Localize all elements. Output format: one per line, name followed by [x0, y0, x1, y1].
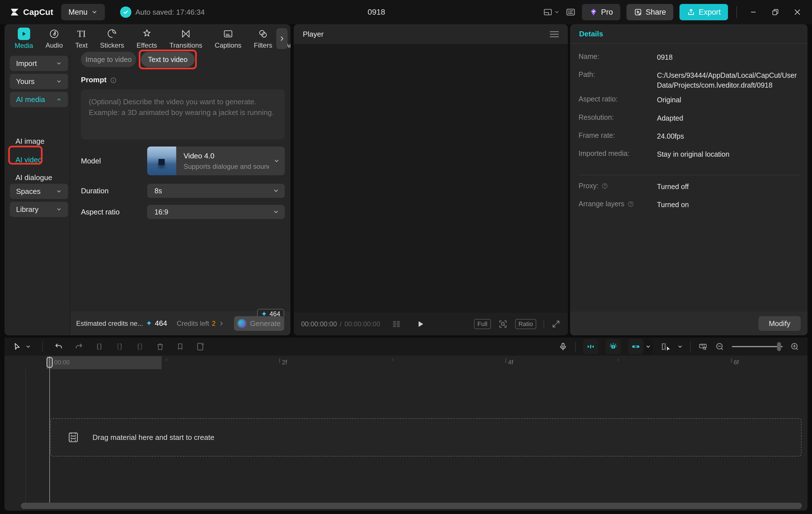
capcut-logo-icon: [9, 7, 20, 17]
app-name: CapCut: [23, 7, 53, 17]
timeline-zoom-slider[interactable]: [732, 342, 783, 351]
ruler-label: 6f: [734, 359, 739, 366]
split-keep-right-button[interactable]: [135, 342, 144, 351]
prompt-input[interactable]: [81, 89, 285, 140]
adapt-timeline-button[interactable]: [698, 342, 708, 352]
tab-image-to-video[interactable]: Image to video: [81, 52, 136, 67]
sidebar-item-ai-media[interactable]: AI media: [10, 92, 68, 107]
pro-button[interactable]: Pro: [582, 4, 620, 20]
share-icon: [634, 8, 642, 16]
ruler-tick: [505, 358, 506, 363]
tab-transitions[interactable]: Transitions: [170, 28, 202, 49]
chevron-down-icon: [25, 344, 31, 350]
ratio-badge[interactable]: Ratio: [515, 319, 536, 329]
playhead-line[interactable]: [49, 356, 50, 503]
shortcut-panel-button[interactable]: [566, 7, 576, 17]
chevron-down-icon: [56, 207, 62, 212]
redo-button[interactable]: [75, 342, 83, 351]
aspect-ratio-label: Aspect ratio: [81, 208, 120, 216]
full-quality-badge[interactable]: Full: [474, 319, 491, 329]
zoom-out-icon[interactable]: [715, 342, 725, 352]
credits-left-link[interactable]: Credits left 2: [177, 320, 224, 328]
tab-filters[interactable]: Filters: [254, 28, 272, 49]
details-title: Details: [570, 24, 808, 44]
preview-axis-chevron[interactable]: [677, 344, 683, 350]
split-keep-left-button[interactable]: [115, 342, 124, 351]
chevron-down-icon: [273, 188, 279, 194]
dropzone-text: Drag material here and start to create: [92, 433, 214, 442]
sidebar-item-library[interactable]: Library: [10, 202, 68, 217]
magnetic-main-track-toggle[interactable]: [606, 339, 621, 354]
tab-captions[interactable]: Captions: [215, 28, 242, 49]
chevron-down-icon: [56, 79, 62, 84]
credit-diamond-icon: ✦: [146, 319, 152, 328]
marker-button[interactable]: [176, 342, 184, 351]
tab-audio[interactable]: Audio: [46, 28, 63, 49]
delete-button[interactable]: [156, 342, 165, 351]
export-clip-button[interactable]: [196, 342, 205, 351]
pro-gem-icon: [589, 8, 598, 16]
generator-footer: Estimated credits ne... ✦ 464 Credits le…: [70, 311, 290, 335]
preview-axis-button[interactable]: [660, 342, 670, 352]
generate-button[interactable]: Generate: [234, 316, 284, 331]
modify-button[interactable]: Modify: [758, 316, 801, 331]
help-icon[interactable]: [601, 183, 608, 189]
ruler-tick: [731, 358, 732, 363]
layout-switch-button[interactable]: [543, 7, 559, 17]
detail-row-frame-rate: Frame rate: 24.00fps: [579, 131, 800, 141]
sidebar-item-yours[interactable]: Yours: [10, 74, 68, 89]
restore-button[interactable]: [767, 0, 783, 24]
link-options-chevron[interactable]: [643, 344, 653, 350]
autosave-status: Auto saved: 17:46:34: [120, 6, 205, 18]
tab-effects[interactable]: Effects: [137, 28, 157, 49]
playhead-handle[interactable]: [47, 357, 53, 368]
sidebar-item-spaces[interactable]: Spaces: [10, 184, 68, 199]
tab-media[interactable]: Media: [14, 28, 33, 49]
record-voiceover-button[interactable]: [558, 342, 568, 352]
sidebar-item-ai-video[interactable]: AI video: [16, 156, 42, 164]
timeline-toolbar: [4, 338, 808, 356]
info-icon: [110, 77, 117, 84]
controls-separator: [544, 320, 544, 328]
export-button[interactable]: Export: [679, 4, 728, 20]
preview-zoom-icon[interactable]: [498, 319, 508, 329]
minimize-button[interactable]: [746, 0, 761, 24]
sidebar-item-ai-image[interactable]: AI image: [16, 137, 45, 146]
tab-text-to-video[interactable]: Text to video: [141, 52, 195, 67]
tab-stickers[interactable]: Stickers: [100, 28, 124, 49]
zoom-in-icon[interactable]: [790, 342, 800, 352]
menu-button[interactable]: Menu: [61, 4, 105, 20]
tab-text[interactable]: TI Text: [75, 28, 88, 49]
help-icon[interactable]: [627, 201, 634, 207]
duration-select[interactable]: 8s: [147, 184, 285, 198]
ribbon-tabbar: Media Audio TI Text Stickers: [4, 24, 290, 53]
play-button[interactable]: [416, 320, 425, 328]
ruler-tick: [280, 358, 280, 363]
close-button[interactable]: [789, 0, 805, 24]
model-select[interactable]: Video 4.0 Supports dialogue and sound ..…: [147, 147, 285, 175]
link-clips-toggle[interactable]: [628, 339, 643, 354]
slider-handle[interactable]: [777, 342, 781, 351]
undo-button[interactable]: [54, 342, 63, 351]
share-button[interactable]: Share: [627, 4, 673, 20]
timeline-dropzone[interactable]: Drag material here and start to create: [50, 418, 802, 456]
auto-snap-toggle[interactable]: [583, 339, 598, 354]
ribbon-scroll-right-button[interactable]: [276, 28, 288, 49]
track-header-divider: [25, 369, 26, 503]
fullscreen-icon[interactable]: [551, 320, 560, 329]
horizontal-scrollbar[interactable]: [21, 503, 802, 509]
model-description: Supports dialogue and sound ...: [183, 162, 269, 171]
select-tool-button[interactable]: [13, 342, 31, 351]
timeline-ruler[interactable]: 00:00 2f 4f 6f: [4, 356, 808, 369]
player-menu-button[interactable]: [550, 30, 559, 39]
player-controls: 00:00:00:00 / 00:00:00:00 Full Ratio: [294, 313, 568, 335]
split-button[interactable]: [95, 342, 104, 351]
chevron-down-icon: [273, 158, 280, 164]
detail-row-path: Path: C:/Users/93444/AppData/Local/CapCu…: [579, 70, 800, 90]
chevron-down-icon: [677, 344, 683, 350]
aspect-ratio-select[interactable]: 16:9: [147, 205, 285, 219]
text-icon: TI: [77, 28, 86, 40]
details-footer: Modify: [570, 312, 808, 335]
sidebar-item-import[interactable]: Import: [10, 56, 68, 71]
frame-preview-icon[interactable]: [392, 319, 402, 329]
